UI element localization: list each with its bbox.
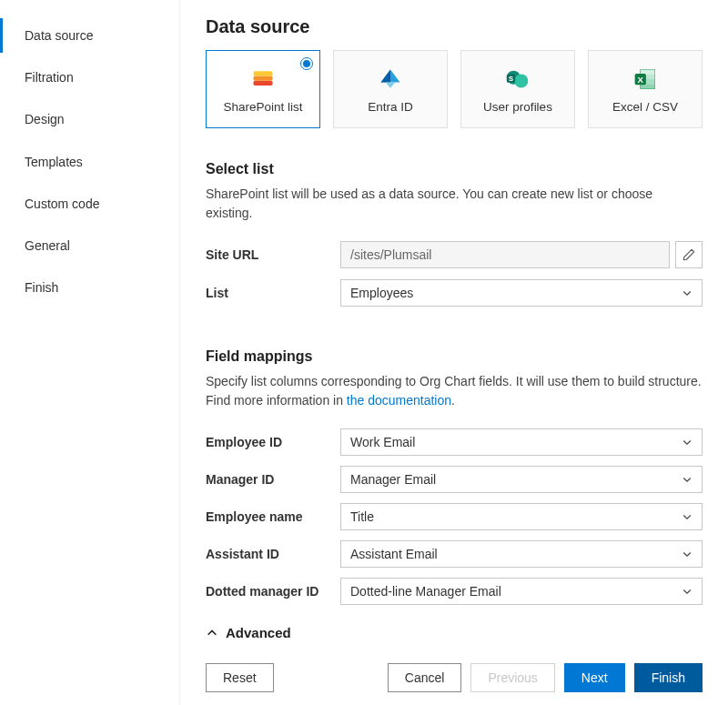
site-url-input[interactable] [340,241,670,268]
dotted-manager-id-label: Dotted manager ID [206,584,340,599]
chevron-up-icon [206,627,218,640]
source-label: Entra ID [368,100,413,114]
row-assistant-id: Assistant ID Assistant Email [206,540,703,568]
select-list-desc: SharePoint list will be used as a data s… [206,185,703,223]
excel-icon: X [632,65,659,93]
assistant-id-label: Assistant ID [206,547,340,561]
sidebar-item-custom-code[interactable]: Custom code [0,186,179,221]
advanced-toggle[interactable]: Advanced [206,625,703,640]
finish-button[interactable]: Finish [634,663,703,692]
list-select[interactable]: Employees [340,279,703,307]
user-profiles-icon: S [504,65,531,93]
source-card-user-profiles[interactable]: S User profiles [460,50,575,128]
source-label: User profiles [483,100,552,114]
reset-button[interactable]: Reset [206,663,274,692]
svg-text:S: S [509,74,513,82]
svg-rect-1 [254,76,273,80]
assistant-id-value: Assistant Email [350,547,438,561]
manager-id-select[interactable]: Manager Email [340,466,703,493]
field-mappings-desc: Specify list columns corresponding to Or… [206,372,703,410]
site-url-label: Site URL [206,247,340,262]
row-employee-name: Employee name Title [206,503,703,530]
employee-name-select[interactable]: Title [340,503,703,530]
sidebar-item-filtration[interactable]: Filtration [0,60,179,95]
radio-selected-icon [300,57,313,70]
entra-icon [377,65,404,93]
chevron-down-icon [682,549,693,559]
svg-rect-2 [254,71,273,76]
source-card-entra[interactable]: Entra ID [333,50,448,128]
source-card-excel[interactable]: X Excel / CSV [588,50,703,128]
cancel-button[interactable]: Cancel [388,663,462,692]
row-site-url: Site URL [206,241,703,268]
svg-marker-5 [386,82,396,87]
employee-name-label: Employee name [206,509,340,524]
employee-id-label: Employee ID [206,435,340,449]
edit-site-url-button[interactable] [675,241,703,268]
wizard-footer: Reset Cancel Previous Next Finish [206,656,703,705]
chevron-down-icon [682,287,693,298]
row-manager-id: Manager ID Manager Email [206,466,703,493]
row-employee-id: Employee ID Work Email [206,428,703,456]
employee-id-select[interactable]: Work Email [340,428,703,456]
select-list-title: Select list [206,161,703,177]
chevron-down-icon [682,586,693,597]
source-cards: SharePoint list Entra ID [206,50,703,128]
source-label: Excel / CSV [612,100,678,114]
manager-id-label: Manager ID [206,472,340,487]
svg-marker-4 [381,69,391,82]
employee-name-value: Title [350,509,374,524]
main-panel: Data source SharePoint list [180,0,728,705]
chevron-down-icon [682,437,693,448]
employee-id-value: Work Email [350,435,415,449]
field-mappings-desc-suffix: . [451,393,455,408]
sidebar-item-templates[interactable]: Templates [0,145,179,179]
list-label: List [206,286,340,300]
svg-rect-0 [254,80,273,85]
sharepoint-icon [249,65,277,93]
dotted-manager-id-value: Dotted-line Manager Email [350,584,501,599]
documentation-link[interactable]: the documentation [347,393,451,408]
sidebar: Data source Filtration Design Templates … [0,0,180,705]
list-select-value: Employees [350,286,413,300]
previous-button: Previous [470,663,554,692]
manager-id-value: Manager Email [350,472,436,487]
next-button[interactable]: Next [564,663,625,692]
sidebar-item-finish[interactable]: Finish [0,270,179,305]
row-list: List Employees [206,279,703,307]
assistant-id-select[interactable]: Assistant Email [340,540,703,568]
sidebar-item-design[interactable]: Design [0,102,179,136]
dotted-manager-id-select[interactable]: Dotted-line Manager Email [340,578,703,605]
sidebar-item-general[interactable]: General [0,228,179,263]
row-dotted-manager-id: Dotted manager ID Dotted-line Manager Em… [206,578,703,605]
svg-point-7 [514,74,528,87]
sidebar-item-data-source[interactable]: Data source [0,18,179,53]
source-card-sharepoint[interactable]: SharePoint list [206,50,320,128]
chevron-down-icon [682,474,693,485]
pencil-icon [682,248,695,261]
chevron-down-icon [682,511,693,522]
field-mappings-title: Field mappings [206,348,703,365]
advanced-label: Advanced [226,625,291,640]
page-title: Data source [206,16,703,37]
source-label: SharePoint list [223,100,302,114]
svg-text:X: X [638,74,644,84]
